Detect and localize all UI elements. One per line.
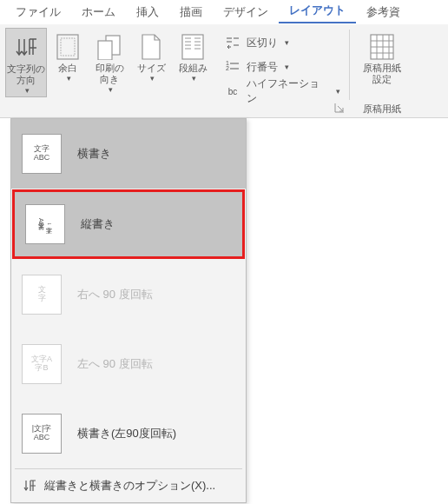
orientation-button[interactable]: 印刷の 向き ▾ — [89, 28, 130, 97]
breaks-icon — [224, 36, 241, 50]
svg-rect-5 — [98, 41, 112, 60]
orientation-icon — [96, 33, 123, 61]
hyphenation-icon: bc — [224, 87, 241, 96]
margins-icon — [54, 33, 82, 61]
manuscript-settings-button[interactable]: 原稿用紙 設定 — [355, 28, 409, 97]
dropdown-item-rotate-right: 文 字 右へ 90 度回転 — [11, 260, 246, 329]
columns-icon — [179, 33, 207, 61]
svg-text:2: 2 — [226, 65, 229, 71]
horizontal-rotated-icon: |文|字 ABC — [22, 414, 62, 454]
hyphenation-button[interactable]: bc ハイフネーション ▾ — [224, 82, 344, 101]
line-numbers-label: 行番号 — [247, 60, 278, 75]
dropdown-item-horizontal-rotated[interactable]: |文|字 ABC 横書き(左90度回転) — [11, 399, 246, 468]
chevron-down-icon: ▾ — [285, 63, 289, 71]
manuscript-icon — [368, 33, 396, 61]
line-numbers-button[interactable]: 12 行番号 ▾ — [224, 57, 344, 76]
dropdown-item-vertical[interactable]: 文字ABC 文字↓ 縦書き — [12, 189, 245, 259]
chevron-down-icon: ▾ — [192, 74, 196, 83]
manuscript-group-label: 原稿用紙 — [350, 103, 414, 116]
svg-rect-3 — [61, 38, 75, 56]
dropdown-item-label: 左へ 90 度回転 — [77, 356, 153, 372]
size-button[interactable]: サイズ ▾ — [130, 28, 172, 97]
tab-draw[interactable]: 描画 — [169, 1, 213, 23]
dropdown-item-label: 右へ 90 度回転 — [77, 287, 153, 302]
text-direction-dropdown: 文字 ABC 横書き 文字ABC 文字↓ 縦書き 文 字 右へ 90 度回転 文… — [10, 118, 247, 503]
text-direction-button[interactable]: 文字列の 方向 ▾ — [5, 28, 47, 97]
rotate-right-icon: 文 字 — [22, 275, 62, 315]
tab-insert[interactable]: 挿入 — [126, 1, 169, 23]
size-icon — [137, 33, 165, 61]
text-direction-label: 文字列の 方向 — [7, 63, 45, 86]
horizontal-icon: 文字 ABC — [22, 134, 62, 174]
text-direction-icon — [12, 34, 40, 62]
dropdown-item-rotate-left: 文字A 字B 左へ 90 度回転 — [11, 329, 246, 399]
dropdown-item-label: 横書き(左90度回転) — [77, 426, 176, 441]
tab-layout[interactable]: レイアウト — [279, 0, 356, 23]
dropdown-footer-label: 縦書きと横書きのオプション(X)... — [44, 478, 215, 494]
breaks-label: 区切り — [247, 36, 278, 50]
hyphenation-label: ハイフネーション — [247, 76, 329, 106]
page-setup-dialog-launcher[interactable] — [334, 103, 346, 115]
columns-button[interactable]: 段組み ▾ — [172, 28, 214, 97]
dropdown-item-label: 横書き — [77, 146, 111, 162]
tab-home[interactable]: ホーム — [71, 1, 126, 23]
text-direction-options-icon — [22, 479, 37, 493]
chevron-down-icon: ▾ — [109, 85, 113, 95]
orientation-label: 印刷の 向き — [96, 63, 124, 85]
vertical-icon: 文字ABC 文字↓ — [25, 204, 65, 244]
breaks-button[interactable]: 区切り ▾ — [224, 33, 344, 52]
chevron-down-icon: ▾ — [336, 87, 340, 96]
rotate-left-icon: 文字A 字B — [22, 344, 62, 384]
chevron-down-icon: ▾ — [67, 74, 71, 83]
tab-references[interactable]: 参考資 — [356, 1, 411, 23]
line-numbers-icon: 12 — [224, 60, 241, 74]
tab-design[interactable]: デザイン — [213, 1, 279, 23]
manuscript-label: 原稿用紙 設定 — [363, 63, 401, 85]
margins-button[interactable]: 余白 ▾ — [47, 28, 89, 97]
tab-file[interactable]: ファイル — [5, 1, 71, 23]
dropdown-item-label: 縦書き — [81, 216, 115, 232]
size-label: サイズ — [137, 63, 166, 74]
columns-label: 段組み — [179, 63, 208, 74]
margins-label: 余白 — [58, 63, 77, 74]
chevron-down-icon: ▾ — [285, 38, 289, 47]
dropdown-options-button[interactable]: 縦書きと横書きのオプション(X)... — [11, 469, 246, 502]
chevron-down-icon: ▾ — [25, 86, 30, 96]
chevron-down-icon: ▾ — [150, 74, 155, 83]
dropdown-item-horizontal[interactable]: 文字 ABC 横書き — [11, 119, 246, 189]
